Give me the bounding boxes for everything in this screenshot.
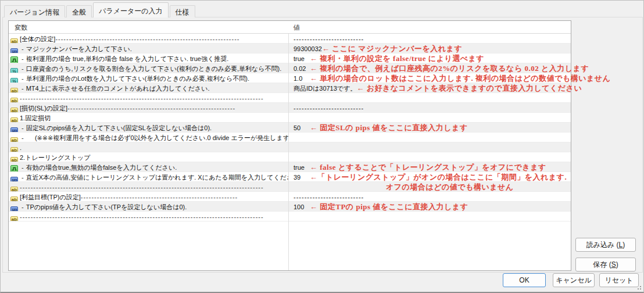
param-value[interactable]: true bbox=[294, 54, 310, 63]
param-row[interactable]: ab-MT4上に表示させる任意のコメントがあれば入力してください.商品IDは30… bbox=[9, 83, 571, 93]
param-row[interactable]: ½-単利運用の場合のLot数を入力して下さい(単利のときのみ必要,複利なら不問)… bbox=[9, 73, 571, 83]
integer-type-icon: 123 bbox=[10, 48, 18, 53]
param-value[interactable]: -------------------------- bbox=[294, 103, 364, 113]
param-value-cell[interactable]: 0.02← 複利の場合で、例えば口座残高の2%のリスクを取るなら 0.02 と入… bbox=[288, 63, 589, 73]
param-value[interactable]: 39 bbox=[294, 173, 310, 182]
param-value-cell[interactable]: 商品IDは30713です。← お好きなコメントを表示できますので直接入力してくだ… bbox=[288, 83, 582, 92]
tab-2-active[interactable]: パラメーターの入力 bbox=[93, 2, 168, 17]
param-value-cell[interactable] bbox=[288, 152, 571, 162]
annotation-note-line2: オフの場合はどの値でも構いません bbox=[386, 183, 514, 192]
param-value[interactable]: 商品IDは30713です。 bbox=[294, 84, 356, 93]
string-type-icon: ab bbox=[10, 137, 18, 142]
param-row[interactable]: -有効の場合true,無効の場合falseを入力してください.true← fal… bbox=[9, 162, 571, 172]
param-value[interactable]: true bbox=[294, 163, 310, 172]
param-label: 口座資金のうち,リスクを取る割合を入力して下さい(複利のときのみ必要,単利なら不… bbox=[26, 65, 282, 72]
param-value[interactable]: -------------------------- bbox=[294, 34, 364, 44]
annotation-note: ← 固定TPの pips 値をここに直接入力します bbox=[310, 202, 468, 211]
param-value[interactable]: 50 bbox=[294, 123, 310, 133]
param-value-cell[interactable] bbox=[288, 142, 571, 152]
param-dashes: ----------------------------------------… bbox=[55, 35, 239, 42]
tab-1[interactable]: 全般 bbox=[66, 5, 92, 17]
tab-3[interactable]: 仕様 bbox=[170, 5, 195, 17]
param-name-cell: 123-TPのpips値を入力して下さい(TPを設定しない場合は0). bbox=[9, 202, 288, 211]
param-row[interactable]: ½-口座資金のうち,リスクを取る割合を入力して下さい(複利のときのみ必要,単利な… bbox=[9, 63, 571, 73]
separator-dash: - bbox=[22, 174, 24, 181]
param-value-cell[interactable]: -------------------------- bbox=[288, 103, 571, 112]
param-row[interactable]: ab. bbox=[9, 142, 571, 152]
param-name-cell: -複利運用の場合 true,単利の場合 false を入力して下さい. true… bbox=[9, 53, 288, 63]
param-value-cell[interactable]: オフの場合はどの値でも構いません bbox=[288, 182, 571, 191]
load-button[interactable]: 読み込み (L) bbox=[575, 238, 636, 252]
param-label: TPのpips値を入力して下さい(TPを設定しない場合は0). bbox=[26, 203, 187, 210]
integer-type-icon: 123 bbox=[10, 127, 18, 133]
column-header-value[interactable]: 値 bbox=[288, 21, 571, 33]
param-value-cell[interactable]: 39←「トレーリングストップ」がオンの場合はここに「期間」を入れます. bbox=[288, 172, 571, 181]
param-row[interactable]: 123-直近X本の高値,安値にトレーリングストップは置かれます. Xにあたる期間… bbox=[9, 172, 571, 182]
param-value-cell[interactable] bbox=[288, 133, 571, 142]
param-value-cell[interactable]: 1.0← 単利の場合のロット数はここに入力します. 複利の場合はどの数値でも構い… bbox=[288, 73, 610, 83]
param-row[interactable]: ab--------------------------------------… bbox=[9, 182, 571, 192]
param-value-cell[interactable]: -------------------------- bbox=[288, 34, 571, 43]
save-button[interactable]: 保存 (S) bbox=[575, 258, 636, 271]
param-row[interactable]: ab[全体の設定]-------------------------------… bbox=[9, 34, 571, 44]
param-value[interactable]: 0.02 bbox=[294, 64, 310, 73]
annotation-note: ← 単利の場合のロット数はここに入力します. 複利の場合はどの数値でも構いません bbox=[310, 74, 610, 83]
tab-0[interactable]: バージョン情報 bbox=[4, 5, 65, 17]
annotation-note: ← false とすることで「トレーリングストップ」をオフにできます bbox=[310, 163, 546, 171]
param-row[interactable]: ab[損切(SL)の設定]---------------------------… bbox=[9, 103, 571, 113]
param-row[interactable]: -複利運用の場合 true,単利の場合 false を入力して下さい. true… bbox=[9, 53, 571, 63]
reset-button[interactable]: リセット bbox=[599, 273, 639, 287]
param-value-cell[interactable] bbox=[288, 93, 571, 102]
param-row[interactable]: ab1.固定損切 bbox=[9, 113, 571, 123]
ea-properties-dialog: バージョン情報全般パラメーターの入力仕様 変数 値 ab[全体の設定]-----… bbox=[0, 0, 644, 293]
param-dashes: ----------------------------------------… bbox=[81, 194, 238, 201]
param-value[interactable]: 100 bbox=[294, 202, 310, 212]
param-dashes: ----------------------------------------… bbox=[20, 184, 264, 191]
column-header-variable[interactable]: 変数 bbox=[9, 21, 288, 33]
param-value[interactable]: 1.0 bbox=[294, 74, 310, 83]
param-value-cell[interactable]: 50← 固定SLの pips 値をここに直接入力します bbox=[288, 123, 571, 132]
param-label: 単利運用の場合のLot数を入力して下さい(単利のときのみ必要,複利なら不問). bbox=[26, 75, 249, 82]
param-value-cell[interactable] bbox=[288, 212, 571, 221]
param-row[interactable]: ab--------------------------------------… bbox=[9, 212, 571, 221]
param-label: 有効の場合true,無効の場合falseを入力してください. bbox=[26, 164, 177, 171]
param-row[interactable]: ab--------------------------------------… bbox=[9, 93, 571, 103]
table-header: 変数 値 bbox=[9, 21, 571, 34]
annotation-note: ← ここに マジックナンバーを入れます bbox=[322, 44, 462, 53]
param-row[interactable]: 123-TPのpips値を入力して下さい(TPを設定しない場合は0).100← … bbox=[9, 202, 571, 212]
param-name-cell: ab[利益目標(TP)の設定]-------------------------… bbox=[9, 192, 288, 201]
param-name-cell: ab--------------------------------------… bbox=[9, 182, 288, 191]
param-row[interactable]: ab[利益目標(TP)の設定]-------------------------… bbox=[9, 192, 571, 202]
param-value-cell[interactable]: -------------------------- bbox=[288, 192, 571, 201]
string-type-icon: ab bbox=[10, 147, 18, 152]
param-value[interactable]: -------------------------- bbox=[294, 192, 364, 202]
ok-button[interactable]: OK bbox=[503, 273, 546, 287]
param-row[interactable]: ab- (※※※複利運用をする場合は必ず0以外を入力してください.0 divid… bbox=[9, 133, 571, 142]
param-value-cell[interactable]: 100← 固定TPの pips 値をここに直接入力します bbox=[288, 202, 571, 211]
param-name-cell: 123-直近X本の高値,安値にトレーリングストップは置かれます. Xにあたる期間… bbox=[9, 172, 288, 181]
integer-type-icon: 123 bbox=[10, 206, 18, 212]
column-divider[interactable] bbox=[288, 21, 289, 270]
param-value-cell[interactable] bbox=[288, 113, 571, 122]
param-value-cell[interactable]: 99300032← ここに マジックナンバーを入れます bbox=[288, 44, 571, 53]
param-row[interactable]: 123-マジックナンバーを入力して下さい.99300032← ここに マジックナ… bbox=[9, 44, 571, 53]
param-name-cell: ab1.固定損切 bbox=[9, 113, 288, 122]
string-type-icon: ab bbox=[10, 157, 18, 162]
param-value-cell[interactable]: true← false とすることで「トレーリングストップ」をオフにできます bbox=[288, 162, 571, 171]
separator-dash: - bbox=[22, 134, 24, 141]
param-name-cell: ab. bbox=[9, 142, 288, 152]
param-value[interactable]: 99300032 bbox=[294, 44, 322, 53]
double-type-icon: ½ bbox=[10, 78, 18, 83]
param-row[interactable]: 123-固定SLのpips値を入力して下さい(固定SLを設定しない場合は0).5… bbox=[9, 123, 571, 133]
string-type-icon: ab bbox=[10, 108, 18, 113]
string-type-icon: ab bbox=[10, 196, 18, 202]
param-label: 複利運用の場合 true,単利の場合 false を入力して下さい. true強… bbox=[26, 55, 229, 62]
cancel-button[interactable]: キャンセル bbox=[553, 273, 595, 287]
separator-dash: - bbox=[22, 85, 24, 92]
annotation-note: ← 固定SLの pips 値をここに直接入力します bbox=[310, 123, 468, 132]
annotation-note: ← 複利の場合で、例えば口座残高の2%のリスクを取るなら 0.02 と入力します bbox=[310, 64, 589, 73]
button-label: 保存 bbox=[593, 260, 607, 269]
param-row[interactable]: ab2.トレーリングストップ bbox=[9, 152, 571, 162]
param-value-cell[interactable]: true← 複利・単利の設定を false/true により選べます bbox=[288, 53, 571, 63]
button-label: 読み込み bbox=[586, 241, 615, 249]
